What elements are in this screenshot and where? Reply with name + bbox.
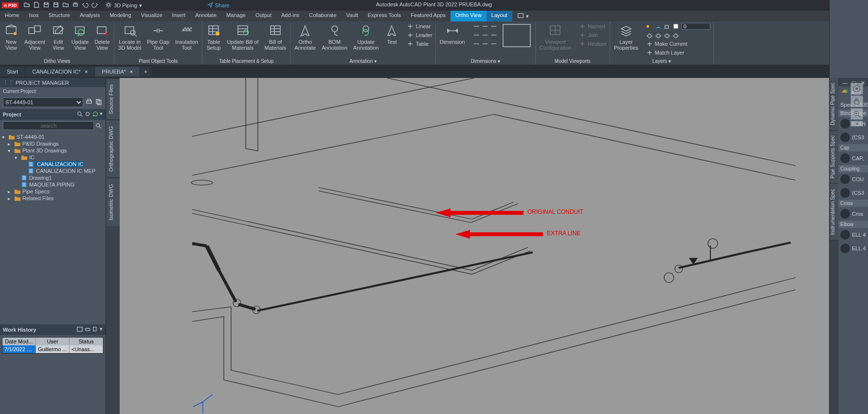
make-current[interactable]: Make Current: [645, 40, 711, 48]
steering-wheel-icon[interactable]: [850, 83, 863, 94]
palette-tool[interactable]: ELL 4: [838, 228, 868, 242]
close-icon[interactable]: ×: [85, 69, 88, 75]
tree-node[interactable]: CANALIZACION IC: [2, 161, 104, 168]
table[interactable]: Table: [406, 40, 433, 48]
menu-layout[interactable]: Layout: [487, 11, 512, 21]
close-icon[interactable]: ×: [130, 69, 133, 75]
menu-item[interactable]: Analysis: [75, 11, 105, 21]
menu-item[interactable]: Vault: [342, 11, 363, 21]
undo-icon[interactable]: [82, 1, 89, 9]
update-annotation[interactable]: UpdateAnnotation: [351, 22, 381, 52]
menu-item[interactable]: Home: [0, 11, 24, 21]
chevron-down-icon[interactable]: ▾: [526, 13, 529, 19]
text[interactable]: Text: [382, 22, 401, 46]
tree-node[interactable]: MAQUETA PIPING: [2, 181, 104, 188]
minimize-icon[interactable]: —: [841, 79, 850, 87]
palette-tool[interactable]: ELL 4: [838, 242, 868, 255]
wh-col-date[interactable]: Date Mod...: [2, 338, 36, 345]
side-tab[interactable]: Orthographic DWG: [106, 120, 120, 178]
ortho-annotate[interactable]: OrthoAnnotate: [292, 22, 318, 52]
dim-style-icon[interactable]: [472, 31, 498, 39]
tab-canalizacion[interactable]: CANALIZACION IC*×: [25, 67, 94, 76]
menu-item[interactable]: Collaborate: [304, 11, 341, 21]
menu-item[interactable]: Add-ins: [276, 11, 304, 21]
chevron-down-icon[interactable]: ▾: [100, 111, 103, 118]
dim-box[interactable]: [500, 22, 533, 49]
adjacent-view[interactable]: AdjacentView: [22, 22, 47, 52]
side-tab[interactable]: Isometric DWG: [106, 178, 120, 226]
copy-icon[interactable]: [95, 98, 103, 107]
zoom-icon[interactable]: [850, 108, 863, 120]
linear[interactable]: Linear: [406, 22, 433, 30]
table-setup[interactable]: TableSetup: [204, 22, 223, 52]
work-history-table[interactable]: Date Mod... User Status 7/1/2022 0... Gu…: [2, 337, 104, 354]
drawing-canvas[interactable]: — ▢ ✕ ▾: [120, 78, 868, 414]
refresh-icon[interactable]: [92, 111, 99, 118]
delete-view[interactable]: DeleteView: [92, 22, 112, 52]
print-icon[interactable]: [85, 98, 93, 107]
menu-item[interactable]: Featured Apps: [406, 11, 451, 21]
palette-group-tab[interactable]: Instrumentation Spec: [830, 184, 838, 241]
dim-style-icon[interactable]: [472, 40, 498, 48]
locate-3d[interactable]: Locate in3D Model: [116, 22, 143, 52]
tree-node[interactable]: ▾Plant 3D Drawings: [2, 147, 104, 154]
dim-style-icon[interactable]: [472, 22, 498, 30]
project-tree[interactable]: ▾ST-4449-01▸P&ID Drawings▾Plant 3D Drawi…: [0, 132, 106, 229]
tree-node[interactable]: Drawing1: [2, 174, 104, 181]
menu-item[interactable]: Isos: [24, 11, 43, 21]
zoom-extents-icon[interactable]: ▾: [850, 121, 863, 127]
pipe-gap[interactable]: Pipe GapTool: [145, 22, 171, 52]
workspace-selector[interactable]: 3D Piping ▾: [105, 1, 142, 9]
bill-materials[interactable]: Bill ofMaterials: [263, 22, 289, 52]
plot-icon[interactable]: [72, 1, 79, 9]
wh-col-status[interactable]: Status: [70, 338, 103, 345]
update-view[interactable]: UpdateView: [70, 22, 90, 52]
search-icon[interactable]: [94, 121, 103, 131]
leader[interactable]: Leader: [406, 31, 433, 39]
palette-group-tab[interactable]: Dynamic Pipe Spec: [830, 78, 838, 131]
saveas-icon[interactable]: [53, 1, 59, 9]
palette-group-tab[interactable]: Pipe Supports Spec: [830, 131, 838, 184]
menu-item[interactable]: Structure: [44, 11, 75, 21]
wh-icon2[interactable]: [84, 326, 91, 334]
table-row[interactable]: 7/1/2022 0... Guillermo ... <Unass...: [2, 345, 103, 353]
chevron-down-icon[interactable]: ▾: [100, 326, 103, 334]
project-select[interactable]: ST-4449-01: [3, 97, 83, 107]
new-tab-button[interactable]: +: [140, 67, 151, 76]
layer-dropdown[interactable]: 0: [645, 22, 711, 30]
tree-node[interactable]: ▸Related Files: [2, 195, 104, 202]
tree-node[interactable]: CANALIZACION IC MEP: [2, 168, 104, 174]
tab-prueba[interactable]: PRUEBA*×: [95, 67, 140, 76]
palette-tool[interactable]: Cros: [838, 207, 868, 221]
tree-node[interactable]: ▾ST-4449-01: [2, 133, 104, 140]
insulation-tool[interactable]: InsulationTool: [173, 22, 200, 52]
edit-view[interactable]: EditView: [49, 22, 68, 52]
menu-item[interactable]: Manage: [221, 11, 251, 21]
grip-icon[interactable]: ⋮⋮: [3, 79, 14, 86]
project-search-input[interactable]: [3, 121, 94, 130]
palette-tool[interactable]: CAP,: [838, 151, 868, 165]
filter-icon[interactable]: [76, 111, 83, 118]
wh-col-user[interactable]: User: [36, 338, 70, 345]
wh-icon3[interactable]: [92, 326, 99, 334]
wh-icon1[interactable]: [76, 326, 83, 334]
open-icon[interactable]: [23, 1, 30, 9]
tree-node[interactable]: ▸Pipe Specs: [2, 188, 104, 195]
menu-item[interactable]: Output: [251, 11, 276, 21]
pan-icon[interactable]: [850, 95, 863, 107]
menu-item[interactable]: Visualize: [136, 11, 167, 21]
share-button[interactable]: Share: [207, 2, 229, 9]
sync-icon[interactable]: [84, 111, 91, 118]
layer-state-icons[interactable]: [645, 31, 711, 39]
update-bom[interactable]: Update Bill ofMaterials: [225, 22, 260, 52]
side-tab[interactable]: Source Files: [106, 78, 120, 120]
tree-node[interactable]: ▾IC: [2, 154, 104, 161]
tab-start[interactable]: Start: [0, 67, 25, 76]
bom-annotation[interactable]: BOMAnnotation: [320, 22, 349, 52]
layer-properties[interactable]: LayerProperties: [612, 22, 640, 52]
menu-item[interactable]: Express Tools: [363, 11, 406, 21]
palette-tool[interactable]: (CS3: [838, 186, 868, 200]
menu-ortho-view[interactable]: Ortho View: [451, 11, 487, 21]
match-layer[interactable]: Match Layer: [645, 49, 711, 56]
menu-item[interactable]: Modeling: [105, 11, 136, 21]
